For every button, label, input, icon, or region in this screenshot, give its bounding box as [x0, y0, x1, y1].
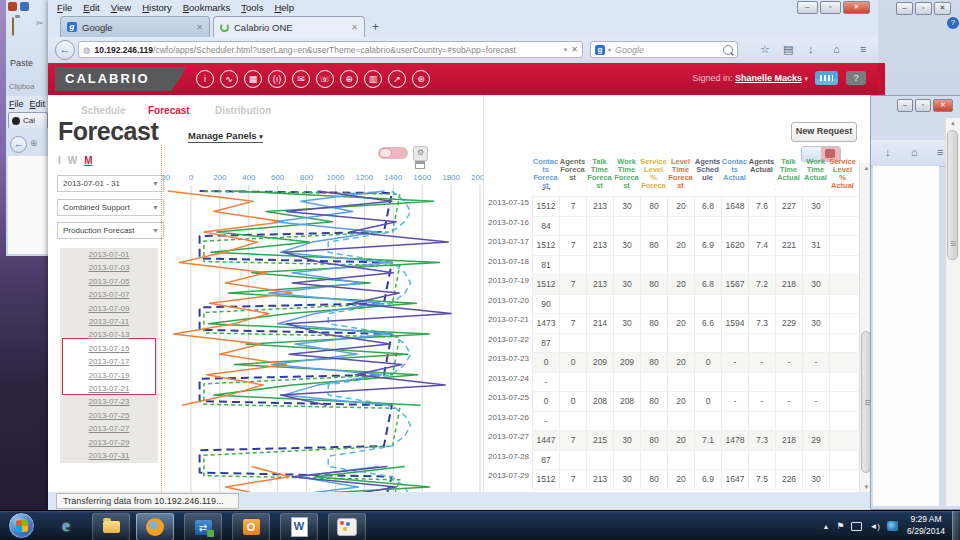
scroll-up-icon[interactable]: ▲ [946, 120, 960, 126]
taskbar-word[interactable]: W [280, 513, 318, 540]
date-link[interactable]: 2013-07-21 [60, 382, 158, 395]
close-circle-icon[interactable]: ⊛ [412, 70, 430, 88]
date-link[interactable]: 2013-07-25 [60, 409, 158, 422]
close-button[interactable]: ✕ [843, 1, 870, 14]
table-row[interactable]: 151272133080206.815677.221830 [532, 275, 858, 295]
table-row[interactable]: - [532, 412, 858, 432]
word-window-fragment[interactable]: ✂ Paste Clipboa [6, 0, 49, 96]
background-window-2[interactable]: – ▫ ✕ ↓ ⌂ ≡ ▲ [870, 95, 960, 510]
menu-view[interactable]: View [111, 2, 131, 13]
granularity-m[interactable]: M [84, 155, 92, 166]
search-input[interactable]: g ▾ Google [590, 41, 738, 58]
background-firefox-menubar[interactable]: FileEdit [9, 99, 45, 109]
tab-google[interactable]: g Google ✕ [60, 16, 210, 37]
date-link[interactable]: 2013-07-13 [60, 328, 158, 341]
taskbar-explorer[interactable] [92, 513, 130, 540]
tab-forecast[interactable]: Forecast [148, 105, 190, 116]
user-menu[interactable]: Shanelle Macks [735, 73, 802, 83]
url-bar[interactable]: ◍ 10.192.246.119 /cwfo/apps/Scheduler.ht… [78, 41, 583, 58]
table-row[interactable]: 151272133080206.916207.422131 [532, 236, 858, 256]
hamburger-menu-icon[interactable]: ≡ [860, 43, 866, 55]
speaker-icon[interactable]: ◄) [869, 522, 880, 531]
table-row[interactable]: 151272133080206.916477.522630 [532, 470, 858, 490]
taskbar-clock[interactable]: 9:29 AM 6/29/2014 [900, 513, 952, 537]
trend-icon[interactable]: ↗ [388, 70, 406, 88]
stop-icon[interactable]: ✕ [571, 45, 578, 54]
date-link[interactable]: 2013-07-17 [60, 355, 158, 368]
table-row[interactable]: 0020920980200---- [532, 353, 858, 373]
paste-button[interactable] [12, 18, 14, 36]
minimize-button[interactable]: – [797, 1, 818, 14]
background-firefox-left[interactable]: FileEdit Cal ← ⊕ [6, 96, 49, 256]
home-icon[interactable]: ⌂ [911, 146, 918, 158]
background-scrollbar[interactable]: ▲ [945, 118, 960, 506]
calendar-icon[interactable]: ▦ [244, 70, 262, 88]
firefox-menubar[interactable]: FileEditViewHistoryBookmarksToolsHelp [48, 0, 819, 14]
chart-popout-icon[interactable] [415, 161, 425, 169]
action-center-flag-icon[interactable]: ⚑ [836, 521, 844, 531]
hamburger-menu-icon[interactable]: ≡ [937, 146, 943, 158]
close-button[interactable]: ✕ [934, 2, 951, 15]
table-row[interactable]: 81 [532, 256, 858, 276]
background-firefox-right[interactable]: – ▫ ✕ ? – ▫ ✕ ↓ ⌂ ≡ ▲ [878, 0, 960, 510]
downloads-icon[interactable]: ↓ [885, 146, 891, 158]
manage-panels-button[interactable]: Manage Panels ▾ [188, 130, 263, 143]
url-dropdown-icon[interactable]: ▾ [564, 46, 568, 54]
granularity-w[interactable]: W [68, 155, 77, 166]
downloads-icon[interactable]: ↓ [808, 43, 814, 55]
back-button[interactable]: ← [10, 136, 27, 153]
date-link[interactable]: 2013-07-19 [60, 369, 158, 382]
new-tab-button[interactable]: + [372, 20, 379, 34]
minimize-button[interactable]: – [897, 99, 913, 112]
tab-close-icon[interactable]: ✕ [351, 23, 358, 32]
target-icon[interactable]: ⊕ [340, 70, 358, 88]
date-link[interactable]: 2013-07-29 [60, 436, 158, 449]
menu-file[interactable]: File [57, 2, 72, 13]
table-row[interactable]: 147372143080206.615947.322930 [532, 314, 858, 334]
queue-select[interactable]: Combined Support▼ [57, 199, 164, 216]
menu-history[interactable]: History [142, 2, 172, 13]
date-link[interactable]: 2013-07-11 [60, 315, 158, 328]
search-engine-dropdown-icon[interactable]: ▾ [608, 46, 611, 53]
back-button[interactable]: ← [55, 40, 75, 60]
jabber-badge-icon[interactable] [815, 71, 838, 85]
table-row[interactable]: - [532, 373, 858, 393]
table-row[interactable]: 90 [532, 295, 858, 315]
menu-file[interactable]: File [9, 99, 24, 109]
date-link[interactable]: 2013-07-31 [60, 449, 158, 462]
table-row[interactable]: 151272133080206.816487.622730 [532, 197, 858, 217]
date-link[interactable]: 2013-07-23 [60, 395, 158, 408]
tab-distribution[interactable]: Distribution [215, 105, 271, 116]
search-icon[interactable] [723, 45, 733, 55]
chart-settings-gear-icon[interactable]: ⚙ [413, 146, 428, 161]
table-row[interactable]: 87 [532, 334, 858, 354]
table-row[interactable]: 94 [532, 188, 858, 197]
menu-edit[interactable]: Edit [83, 2, 99, 13]
tab-close-icon[interactable]: ✕ [196, 23, 203, 32]
menu-tools[interactable]: Tools [241, 2, 263, 13]
maximize-button[interactable]: ▫ [915, 99, 931, 112]
cut-icon[interactable]: ✂ [36, 18, 44, 28]
activity-icon[interactable]: ∿ [220, 70, 238, 88]
menu-bookmarks[interactable]: Bookmarks [183, 2, 231, 13]
tab-calabrio-one[interactable]: Calabrio ONE ✕ [213, 16, 365, 37]
date-link[interactable]: 2013-07-09 [60, 302, 158, 315]
maximize-button[interactable]: ▫ [820, 1, 841, 14]
new-request-button[interactable]: New Request [791, 122, 857, 142]
date-range-select[interactable]: 2013-07-01 - 31▼ [57, 175, 164, 192]
table-row[interactable]: 84 [532, 217, 858, 237]
menu-edit[interactable]: Edit [30, 99, 46, 109]
date-link[interactable]: 2013-07-27 [60, 422, 158, 435]
maximize-button[interactable]: ▫ [915, 2, 932, 15]
tab-schedule[interactable]: Schedule [81, 105, 125, 116]
table-row[interactable]: 0020820880200---- [532, 392, 858, 412]
bookmark-star-icon[interactable]: ☆ [760, 43, 770, 56]
agent-icon[interactable]: ☏ [316, 70, 334, 88]
help-button[interactable]: ? [846, 71, 866, 85]
table-row[interactable]: 144772153080207.114787.321829 [532, 431, 858, 451]
taskbar-paint[interactable] [328, 513, 366, 540]
minimize-button[interactable]: – [896, 2, 913, 15]
date-link[interactable]: 2013-07-15 [60, 342, 158, 355]
date-link[interactable]: 2013-07-03 [60, 261, 158, 274]
network-icon[interactable] [887, 521, 898, 531]
